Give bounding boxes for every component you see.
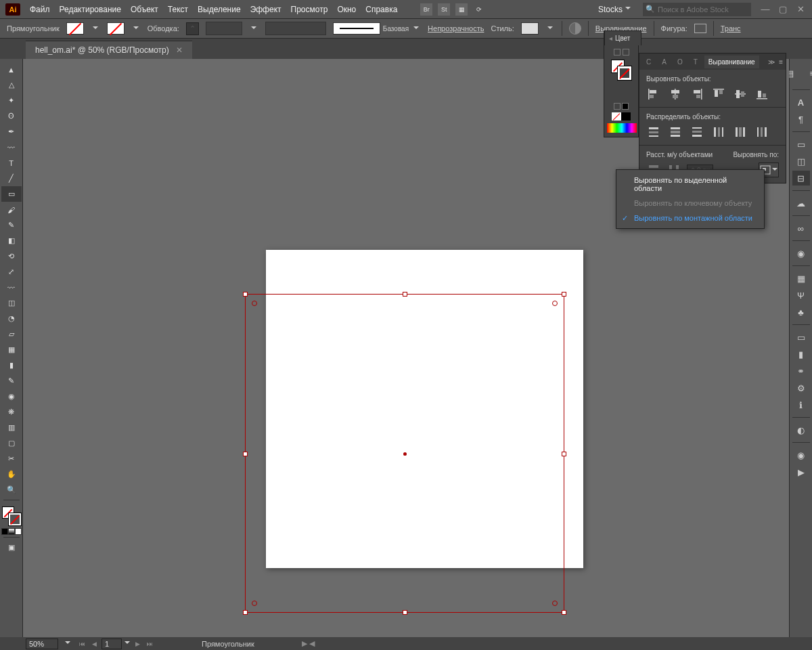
brushes-panel-icon[interactable]: Ψ: [792, 288, 810, 303]
hand-tool[interactable]: ✋: [1, 467, 22, 482]
first-artboard-icon[interactable]: ⏮: [77, 639, 87, 649]
dist-left-icon[interactable]: [711, 125, 726, 139]
style-swatch[interactable]: [521, 22, 539, 35]
corner-widget[interactable]: [252, 301, 257, 306]
swatches-panel-icon[interactable]: ▦: [792, 271, 810, 286]
align-panel-icon[interactable]: ⊟: [792, 171, 810, 186]
line-tool[interactable]: ╱: [1, 171, 22, 186]
stroke-var-dropdown[interactable]: [249, 22, 258, 35]
gradient-tool[interactable]: ▮: [1, 358, 22, 373]
graph-tool[interactable]: ▥: [1, 420, 22, 435]
dist-bottom-icon[interactable]: [690, 125, 704, 139]
color-panel-swatches[interactable]: [611, 60, 631, 80]
slice-tool[interactable]: ✂: [1, 451, 22, 467]
resize-handle[interactable]: [562, 452, 566, 456]
fill-swatch[interactable]: [66, 22, 84, 35]
brush-input[interactable]: [265, 22, 326, 35]
cp-black-icon[interactable]: [622, 103, 629, 110]
color-panel-mini-icon[interactable]: [614, 49, 621, 56]
color-themes-icon[interactable]: ◉: [792, 246, 810, 261]
panel-tab-active[interactable]: Выравнивание: [704, 56, 759, 68]
dist-hcenter-icon[interactable]: [733, 125, 748, 139]
menu-file[interactable]: Файл: [30, 5, 50, 14]
mesh-tool[interactable]: ▦: [1, 342, 22, 358]
actions-panel-icon[interactable]: ▶: [792, 464, 810, 479]
rectangle-tool[interactable]: ▭: [1, 186, 22, 202]
stroke-weight-input[interactable]: ⌃: [186, 22, 199, 35]
window-maximize-icon[interactable]: ▢: [774, 3, 792, 16]
none-color-icon[interactable]: [15, 528, 22, 535]
eraser-tool[interactable]: ◧: [1, 233, 22, 248]
corner-widget[interactable]: [552, 601, 558, 606]
pencil-tool[interactable]: ✎: [1, 217, 22, 233]
panel-tab[interactable]: А: [658, 56, 671, 68]
gradient-color-icon[interactable]: [8, 528, 15, 535]
symbols-panel-icon[interactable]: ♣: [792, 305, 810, 320]
profile-dropdown[interactable]: [411, 22, 421, 35]
width-tool[interactable]: 〰: [1, 280, 22, 295]
menu-window[interactable]: Окно: [337, 5, 356, 14]
next-artboard-icon[interactable]: ▶: [133, 639, 142, 649]
document-tab[interactable]: hell_om.ai* @ 50% (RGB/Просмотр) ✕: [26, 41, 192, 59]
type-tool[interactable]: T: [1, 155, 22, 171]
fill-stroke-swatches[interactable]: [2, 506, 21, 525]
status-nav-icon[interactable]: ▶ ◀: [302, 639, 315, 648]
panel-tab[interactable]: Т: [690, 56, 702, 68]
pen-tool[interactable]: ✒: [1, 124, 22, 139]
stroke-panel-icon[interactable]: ▭: [792, 330, 810, 345]
shape-builder-tool[interactable]: ◔: [1, 311, 22, 326]
resize-handle[interactable]: [403, 292, 407, 297]
character-panel-icon[interactable]: A: [792, 95, 810, 110]
flyout-align-artboard[interactable]: Выровнять по монтажной области: [616, 211, 764, 225]
corner-widget[interactable]: [552, 301, 558, 306]
stroke-variable-input[interactable]: [206, 22, 242, 35]
menu-edit[interactable]: Редактирование: [60, 5, 121, 14]
solid-color-icon[interactable]: [1, 528, 8, 535]
stocks-button[interactable]: Stocks: [591, 3, 637, 16]
curvature-tool[interactable]: 〰: [1, 139, 22, 155]
gpu-icon[interactable]: ⟳: [473, 3, 485, 16]
align-right-icon[interactable]: [690, 87, 704, 102]
cp-swap-icon[interactable]: [614, 103, 621, 110]
align-bottom-icon[interactable]: [754, 87, 769, 102]
libraries-panel-icon[interactable]: ☁: [792, 196, 810, 211]
fill-dropdown[interactable]: [91, 22, 100, 35]
pathfinder-panel-icon[interactable]: ◫: [792, 154, 810, 169]
dist-top-icon[interactable]: [646, 125, 661, 139]
artboard-number-input[interactable]: 1: [102, 638, 122, 649]
resize-handle[interactable]: [562, 610, 566, 615]
artboard-dropdown-icon[interactable]: [125, 639, 130, 648]
stock-search-input[interactable]: [643, 3, 751, 16]
zoom-dropdown-icon[interactable]: [65, 639, 70, 648]
panel-list-icon[interactable]: ≡: [804, 66, 813, 81]
shape-props-icon[interactable]: [694, 24, 706, 33]
cp-none-icon[interactable]: [612, 112, 621, 121]
color-panel-mini-icon[interactable]: [623, 49, 629, 56]
zoom-input[interactable]: 50%: [26, 638, 58, 649]
menu-object[interactable]: Объект: [131, 5, 158, 14]
artboard-tool[interactable]: ▢: [1, 435, 22, 451]
zoom-tool[interactable]: 🔍: [1, 482, 22, 498]
selection-tool[interactable]: ▲: [1, 62, 22, 77]
window-close-icon[interactable]: ✕: [792, 3, 809, 16]
align-vcenter-icon[interactable]: [733, 87, 748, 102]
color-spectrum[interactable]: [607, 123, 637, 133]
transform-label[interactable]: Транс: [721, 24, 741, 32]
resize-handle[interactable]: [243, 610, 248, 615]
close-tab-icon[interactable]: ✕: [176, 45, 183, 55]
stroke-profile-preview[interactable]: [333, 22, 380, 35]
stroke-swatch[interactable]: [107, 22, 125, 35]
cp-stroke-swatch[interactable]: [618, 66, 631, 80]
lasso-tool[interactable]: ʘ: [1, 108, 22, 124]
last-artboard-icon[interactable]: ⏭: [145, 639, 154, 649]
window-minimize-icon[interactable]: —: [757, 3, 774, 16]
menu-select[interactable]: Выделение: [198, 5, 241, 14]
blend-tool[interactable]: ◉: [1, 389, 22, 404]
links-panel-icon[interactable]: ⚭: [792, 364, 810, 378]
paintbrush-tool[interactable]: 🖌: [1, 202, 22, 217]
toolbox-stroke-swatch[interactable]: [9, 513, 21, 525]
dist-vcenter-icon[interactable]: [668, 125, 683, 139]
dist-right-icon[interactable]: [754, 125, 769, 139]
panel-collapse-icon[interactable]: ≫: [768, 58, 775, 66]
resize-handle[interactable]: [243, 292, 248, 297]
